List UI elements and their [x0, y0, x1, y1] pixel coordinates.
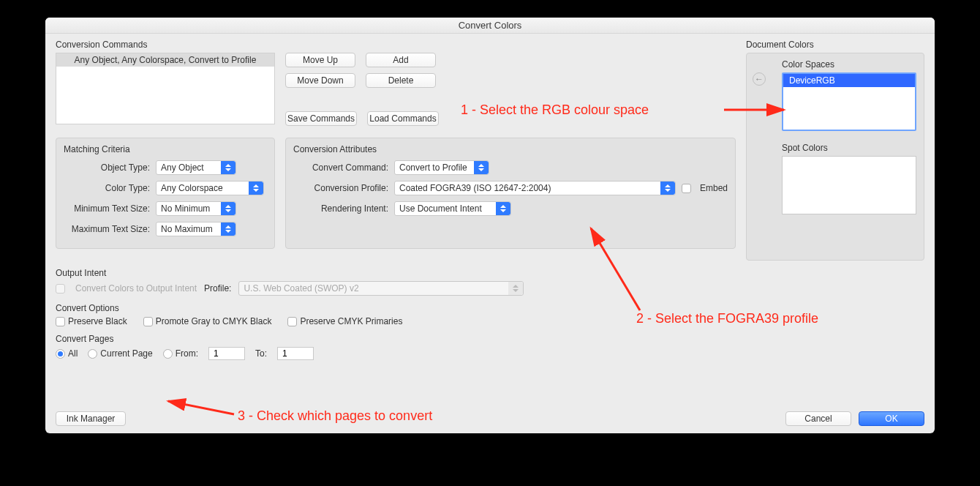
max-text-label: Maximum Text Size: — [64, 224, 150, 234]
preserve-black-checkbox[interactable] — [56, 317, 65, 326]
color-type-select[interactable]: Any Colorspace — [156, 181, 264, 195]
conversion-attributes-label: Conversion Attributes — [293, 144, 728, 154]
conversion-commands-label: Conversion Commands — [56, 40, 275, 50]
pages-all-label: All — [68, 348, 78, 359]
conversion-profile-select[interactable]: Coated FOGRA39 (ISO 12647-2:2004) — [394, 181, 676, 195]
pages-from-label: From: — [176, 348, 198, 359]
pages-all-radio[interactable] — [56, 349, 65, 359]
output-intent-checkbox-label: Convert Colors to Output Intent — [75, 283, 197, 294]
document-colors-label: Document Colors — [746, 40, 924, 50]
command-item[interactable]: Any Object, Any Colorspace, Convert to P… — [56, 53, 274, 67]
pages-to-label: To: — [255, 348, 267, 359]
rendering-intent-label: Rendering Intent: — [293, 203, 388, 214]
min-text-label: Minimum Text Size: — [64, 203, 150, 214]
window-title: Convert Colors — [45, 18, 935, 34]
conversion-attributes-panel: Conversion Attributes Convert Command: C… — [285, 138, 736, 249]
pages-from-radio[interactable] — [163, 349, 173, 359]
object-type-select[interactable]: Any Object — [156, 160, 236, 175]
output-intent-checkbox — [56, 284, 65, 294]
color-type-label: Color Type: — [64, 183, 150, 193]
rendering-intent-select[interactable]: Use Document Intent — [394, 201, 511, 216]
conversion-profile-label: Conversion Profile: — [293, 183, 388, 193]
embed-label: Embed — [700, 183, 728, 193]
chevron-updown-icon — [249, 182, 263, 195]
convert-command-label: Convert Command: — [293, 162, 388, 173]
ink-manager-button[interactable]: Ink Manager — [56, 411, 126, 426]
convert-options-label: Convert Options — [56, 303, 924, 313]
matching-criteria-panel: Matching Criteria Object Type: Any Objec… — [56, 138, 275, 249]
cancel-button[interactable]: Cancel — [785, 411, 851, 426]
pages-current-label: Current Page — [100, 348, 152, 359]
output-profile-select: U.S. Web Coated (SWOP) v2 — [238, 281, 524, 296]
embed-checkbox[interactable] — [682, 184, 691, 193]
spot-colors-label: Spot Colors — [782, 143, 916, 153]
chevron-updown-icon — [221, 223, 235, 236]
add-button[interactable]: Add — [366, 53, 436, 67]
preserve-black-label: Preserve Black — [68, 316, 127, 326]
color-space-item-devicergb[interactable]: DeviceRGB — [783, 74, 915, 87]
color-spaces-list[interactable]: DeviceRGB — [782, 72, 916, 131]
pages-current-radio[interactable] — [88, 349, 97, 359]
ok-button[interactable]: OK — [859, 411, 924, 426]
load-commands-button[interactable]: Load Commands — [367, 111, 439, 126]
min-text-select[interactable]: No Minimum — [156, 201, 236, 216]
chevron-updown-icon — [221, 161, 235, 174]
output-intent-label: Output Intent — [56, 268, 924, 278]
chevron-updown-icon — [660, 182, 675, 195]
object-type-label: Object Type: — [64, 162, 150, 173]
save-commands-button[interactable]: Save Commands — [285, 111, 357, 126]
matching-criteria-label: Matching Criteria — [64, 144, 267, 154]
convert-pages-label: Convert Pages — [56, 334, 924, 344]
pages-from-input[interactable] — [208, 347, 245, 360]
chevron-updown-icon — [474, 161, 489, 174]
max-text-select[interactable]: No Maximum — [156, 222, 236, 236]
delete-button[interactable]: Delete — [366, 73, 436, 88]
commands-list[interactable]: Any Object, Any Colorspace, Convert to P… — [56, 53, 275, 124]
move-up-button[interactable]: Move Up — [285, 53, 355, 67]
move-down-button[interactable]: Move Down — [285, 73, 355, 88]
chevron-updown-icon — [221, 202, 235, 215]
convert-command-select[interactable]: Convert to Profile — [394, 160, 489, 175]
preserve-cmyk-label: Preserve CMYK Primaries — [300, 316, 402, 326]
promote-gray-checkbox[interactable] — [143, 317, 153, 326]
back-arrow-icon[interactable]: ← — [753, 72, 766, 86]
promote-gray-label: Promote Gray to CMYK Black — [156, 316, 272, 326]
document-colors-panel: ← Color Spaces DeviceRGB Spot Colors — [746, 53, 924, 261]
spot-colors-list[interactable] — [782, 156, 916, 214]
preserve-cmyk-checkbox[interactable] — [287, 317, 297, 326]
convert-colors-dialog: Convert Colors Conversion Commands Any O… — [45, 18, 935, 433]
chevron-updown-icon — [508, 282, 523, 295]
profile-label: Profile: — [204, 283, 231, 294]
chevron-updown-icon — [496, 202, 510, 215]
pages-to-input[interactable] — [277, 347, 314, 360]
color-spaces-label: Color Spaces — [782, 59, 916, 70]
